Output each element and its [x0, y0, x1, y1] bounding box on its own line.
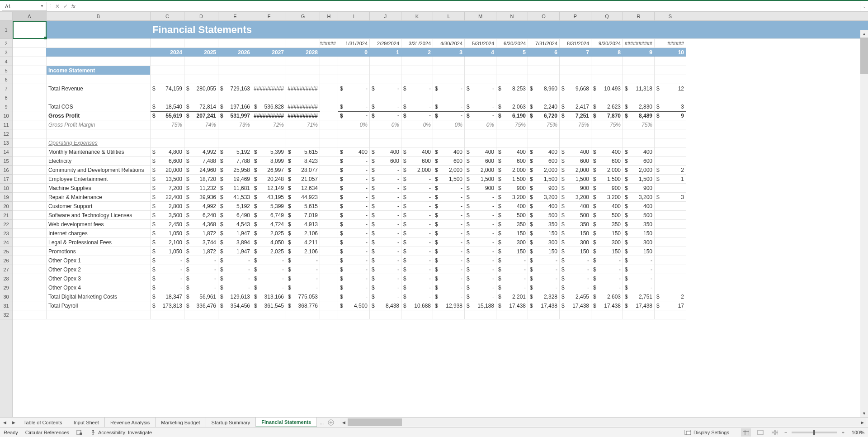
data-cell[interactable]: $- [528, 283, 560, 292]
data-cell[interactable]: $- [338, 84, 370, 93]
data-cell[interactable] [13, 301, 47, 310]
section-header-income[interactable]: Income Statement [47, 66, 151, 75]
data-cell[interactable]: 72% [252, 120, 286, 129]
data-cell[interactable] [151, 57, 184, 66]
data-cell[interactable]: $- [560, 256, 591, 265]
data-cell[interactable] [320, 93, 338, 102]
data-cell[interactable]: $- [433, 111, 465, 120]
data-cell[interactable]: Other Opex 2 [47, 265, 151, 274]
data-cell[interactable] [401, 57, 433, 66]
data-cell[interactable] [286, 129, 320, 138]
data-cell[interactable] [218, 75, 252, 84]
data-cell[interactable] [151, 75, 184, 84]
column-header-G[interactable]: G [286, 12, 320, 20]
data-cell[interactable] [286, 310, 320, 319]
data-cell[interactable]: ########## [286, 102, 320, 111]
data-cell[interactable]: $4,800 [151, 147, 184, 157]
data-cell[interactable]: $9 [655, 111, 686, 120]
fx-label[interactable]: fx [71, 4, 75, 9]
data-cell[interactable] [286, 75, 320, 84]
data-cell[interactable]: $8,489 [623, 111, 655, 120]
data-cell[interactable]: $1,500 [496, 175, 528, 184]
data-cell[interactable] [320, 138, 338, 147]
row-header-10[interactable]: 10 [0, 111, 12, 120]
data-cell[interactable]: $5,399 [252, 147, 286, 157]
data-cell[interactable]: $13,500 [151, 175, 184, 184]
data-cell[interactable] [13, 292, 47, 301]
data-cell[interactable]: $500 [591, 211, 623, 220]
row-header-30[interactable]: 30 [0, 292, 12, 301]
row-header-4[interactable]: 4 [0, 57, 12, 66]
data-cell[interactable]: $- [496, 265, 528, 274]
data-cell[interactable]: $5,192 [218, 147, 252, 157]
data-cell[interactable] [218, 138, 252, 147]
data-cell[interactable]: $7,019 [286, 211, 320, 220]
data-cell[interactable]: $500 [528, 211, 560, 220]
data-cell[interactable]: $17,438 [560, 301, 591, 310]
data-cell[interactable]: $- [433, 211, 465, 220]
data-cell[interactable]: 2027 [252, 48, 286, 57]
data-cell[interactable]: Monthly Maintenance & Utilities [47, 147, 151, 157]
data-cell[interactable]: $44,923 [286, 193, 320, 202]
data-cell[interactable] [655, 274, 686, 283]
data-cell[interactable]: $- [370, 184, 401, 193]
data-cell[interactable] [320, 157, 338, 166]
data-cell[interactable]: $300 [591, 238, 623, 247]
data-cell[interactable] [433, 310, 465, 319]
data-cell[interactable]: $300 [528, 238, 560, 247]
data-cell[interactable]: $- [286, 265, 320, 274]
data-cell[interactable]: 2024 [151, 48, 184, 57]
data-cell[interactable]: $17,438 [528, 301, 560, 310]
data-cell[interactable]: $900 [560, 184, 591, 193]
data-cell[interactable]: $- [338, 211, 370, 220]
data-cell[interactable] [496, 310, 528, 319]
data-cell[interactable]: $- [338, 229, 370, 238]
data-cell[interactable]: 74% [184, 120, 218, 129]
data-cell[interactable]: $- [370, 229, 401, 238]
data-cell[interactable] [465, 129, 496, 138]
data-cell[interactable] [47, 57, 151, 66]
data-cell[interactable] [13, 129, 47, 138]
data-cell[interactable]: Other Opex 1 [47, 256, 151, 265]
data-cell[interactable] [13, 202, 47, 211]
data-cell[interactable]: $2,000 [401, 166, 433, 175]
column-header-K[interactable]: K [401, 12, 433, 20]
data-cell[interactable]: $300 [496, 238, 528, 247]
data-cell[interactable]: 10 [655, 48, 686, 57]
data-cell[interactable] [591, 310, 623, 319]
data-cell[interactable] [655, 120, 686, 129]
data-cell[interactable] [655, 157, 686, 166]
data-cell[interactable]: $400 [528, 202, 560, 211]
data-cell[interactable] [655, 129, 686, 138]
data-cell[interactable]: $173,813 [151, 301, 184, 310]
data-cell[interactable]: $- [433, 283, 465, 292]
data-cell[interactable]: Total COS [47, 102, 151, 111]
scroll-left-icon[interactable]: ◀ [340, 418, 348, 426]
data-cell[interactable]: $368,776 [286, 301, 320, 310]
data-cell[interactable]: 75% [591, 120, 623, 129]
data-cell[interactable]: $- [560, 274, 591, 283]
data-cell[interactable]: $1,050 [151, 229, 184, 238]
data-cell[interactable]: $11,318 [623, 84, 655, 93]
data-cell[interactable] [218, 310, 252, 319]
data-cell[interactable] [320, 66, 338, 75]
data-cell[interactable]: $- [465, 84, 496, 93]
data-cell[interactable]: $7,870 [591, 111, 623, 120]
data-cell[interactable]: $10,493 [591, 84, 623, 93]
data-cell[interactable]: $600 [433, 157, 465, 166]
data-cell[interactable] [496, 57, 528, 66]
row-header-27[interactable]: 27 [0, 265, 12, 274]
data-cell[interactable]: $- [338, 102, 370, 111]
data-cell[interactable]: $- [370, 220, 401, 229]
data-cell[interactable] [370, 129, 401, 138]
data-cell[interactable]: $600 [496, 157, 528, 166]
data-cell[interactable]: $25,958 [218, 166, 252, 175]
normal-view-button[interactable] [741, 428, 751, 437]
data-cell[interactable]: $- [401, 283, 433, 292]
data-cell[interactable]: Total Revenue [47, 84, 151, 93]
data-cell[interactable] [13, 184, 47, 193]
data-cell[interactable]: $600 [560, 157, 591, 166]
data-cell[interactable]: $350 [591, 220, 623, 229]
data-cell[interactable]: $- [433, 238, 465, 247]
data-cell[interactable]: $5,615 [286, 202, 320, 211]
